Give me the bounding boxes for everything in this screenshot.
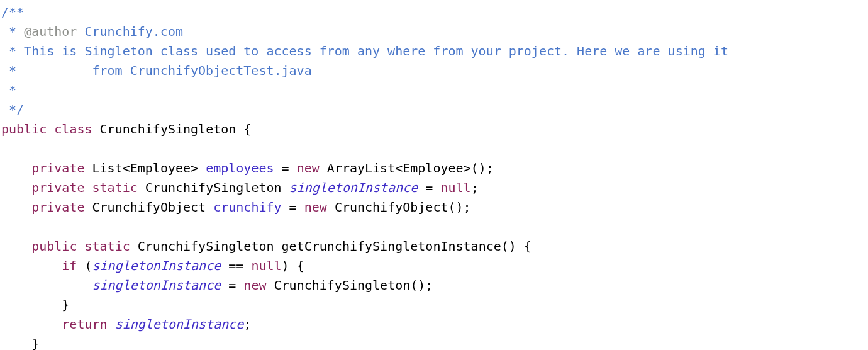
doc-line-1: * This is Singleton class used to access… [1,43,728,59]
eq-3: = [289,200,297,215]
kw-null-1: null [440,180,470,195]
doc-open: /** [1,4,24,20]
rparen-1: ) [282,258,289,273]
doc-star: * [1,82,16,98]
kw-return: return [62,317,107,332]
field-crunchify: crunchify [213,200,281,215]
doc-close: */ [1,102,24,117]
doc-author-tag: @author [24,24,77,39]
kw-private-3: private [31,200,84,215]
kw-private-1: private [31,161,84,176]
kw-public-2: public [31,239,77,254]
semi-2: ; [471,180,479,195]
field-employees: employees [206,161,274,176]
brace-open: { [243,121,251,137]
semi-5: ; [243,317,251,332]
lparen-1: ( [84,258,92,273]
semi-4: ; [425,278,433,293]
kw-new-1: new [297,161,320,176]
doc-author-value: Crunchify.com [77,24,183,39]
doc-line-2: * from CrunchifyObjectTest.java [1,63,312,78]
eq-1: = [282,161,289,176]
semi-3: ; [464,200,471,215]
kw-null-2: null [251,258,281,273]
brace-close-2: } [31,336,39,350]
kw-static-2: static [84,239,130,254]
type-singleton: CrunchifySingleton [145,180,282,195]
eq-2: = [425,180,433,195]
kw-private-2: private [31,180,84,195]
ctor-singleton: CrunchifySingleton() [274,278,426,293]
eqeq: == [228,258,243,273]
brace-close-3: } [62,297,69,312]
kw-new-3: new [243,278,266,293]
brace-open-3: { [297,258,304,273]
method-name: getCrunchifySingletonInstance() [282,239,516,254]
eq-4: = [228,278,236,293]
ref-singleton-2: singletonInstance [92,278,221,293]
kw-public: public [1,121,47,137]
code-block: /** * @author Crunchify.com * This is Si… [0,0,868,350]
ret-type: CrunchifySingleton [138,239,274,254]
kw-class: class [54,121,92,137]
ctor-arraylist: ArrayList<Employee>() [327,161,486,176]
kw-if: if [62,258,77,273]
ref-singleton-1: singletonInstance [92,258,221,273]
semi-1: ; [486,161,494,176]
type-crunchify-object: CrunchifyObject [92,200,206,215]
kw-new-2: new [304,200,327,215]
class-name: CrunchifySingleton [100,121,236,137]
ref-singleton-3: singletonInstance [115,317,244,332]
doc-author-prefix: * [1,24,24,39]
kw-static-1: static [92,180,138,195]
type-list: List<Employee> [92,161,199,176]
ctor-crunchify-object: CrunchifyObject() [335,200,464,215]
field-singleton-instance: singletonInstance [289,180,418,195]
brace-open-2: { [524,239,531,254]
